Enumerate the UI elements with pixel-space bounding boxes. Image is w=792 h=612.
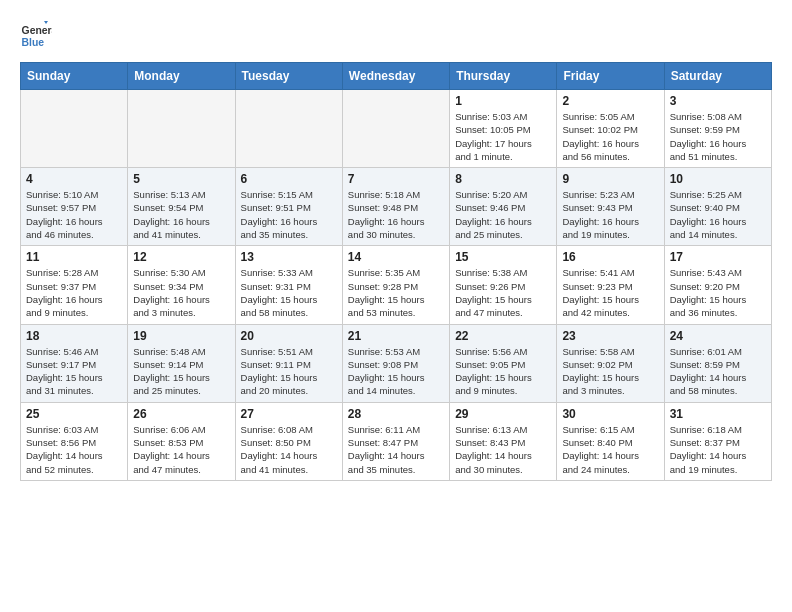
day-number: 23: [562, 329, 658, 343]
day-number: 7: [348, 172, 444, 186]
day-number: 22: [455, 329, 551, 343]
day-number: 21: [348, 329, 444, 343]
day-number: 20: [241, 329, 337, 343]
calendar-day-cell: 9Sunrise: 5:23 AM Sunset: 9:43 PM Daylig…: [557, 168, 664, 246]
weekday-header: Tuesday: [235, 63, 342, 90]
calendar-day-cell: 8Sunrise: 5:20 AM Sunset: 9:46 PM Daylig…: [450, 168, 557, 246]
weekday-header: Wednesday: [342, 63, 449, 90]
day-number: 1: [455, 94, 551, 108]
calendar-week-row: 4Sunrise: 5:10 AM Sunset: 9:57 PM Daylig…: [21, 168, 772, 246]
calendar-day-cell: 20Sunrise: 5:51 AM Sunset: 9:11 PM Dayli…: [235, 324, 342, 402]
calendar-day-cell: 29Sunrise: 6:13 AM Sunset: 8:43 PM Dayli…: [450, 402, 557, 480]
calendar-day-cell: 24Sunrise: 6:01 AM Sunset: 8:59 PM Dayli…: [664, 324, 771, 402]
day-info: Sunrise: 6:01 AM Sunset: 8:59 PM Dayligh…: [670, 345, 766, 398]
calendar-week-row: 18Sunrise: 5:46 AM Sunset: 9:17 PM Dayli…: [21, 324, 772, 402]
calendar-day-cell: 5Sunrise: 5:13 AM Sunset: 9:54 PM Daylig…: [128, 168, 235, 246]
day-number: 26: [133, 407, 229, 421]
day-number: 13: [241, 250, 337, 264]
day-info: Sunrise: 6:06 AM Sunset: 8:53 PM Dayligh…: [133, 423, 229, 476]
day-number: 12: [133, 250, 229, 264]
calendar-day-cell: 7Sunrise: 5:18 AM Sunset: 9:48 PM Daylig…: [342, 168, 449, 246]
day-number: 30: [562, 407, 658, 421]
day-number: 9: [562, 172, 658, 186]
calendar-header-row: SundayMondayTuesdayWednesdayThursdayFrid…: [21, 63, 772, 90]
day-number: 18: [26, 329, 122, 343]
calendar-day-cell: 1Sunrise: 5:03 AM Sunset: 10:05 PM Dayli…: [450, 90, 557, 168]
calendar-day-cell: 21Sunrise: 5:53 AM Sunset: 9:08 PM Dayli…: [342, 324, 449, 402]
calendar-week-row: 11Sunrise: 5:28 AM Sunset: 9:37 PM Dayli…: [21, 246, 772, 324]
day-number: 5: [133, 172, 229, 186]
day-info: Sunrise: 5:48 AM Sunset: 9:14 PM Dayligh…: [133, 345, 229, 398]
calendar-day-cell: 6Sunrise: 5:15 AM Sunset: 9:51 PM Daylig…: [235, 168, 342, 246]
day-info: Sunrise: 5:43 AM Sunset: 9:20 PM Dayligh…: [670, 266, 766, 319]
day-number: 6: [241, 172, 337, 186]
calendar-day-cell: 4Sunrise: 5:10 AM Sunset: 9:57 PM Daylig…: [21, 168, 128, 246]
svg-text:General: General: [22, 25, 52, 36]
calendar-day-cell: 14Sunrise: 5:35 AM Sunset: 9:28 PM Dayli…: [342, 246, 449, 324]
day-info: Sunrise: 5:53 AM Sunset: 9:08 PM Dayligh…: [348, 345, 444, 398]
day-info: Sunrise: 5:56 AM Sunset: 9:05 PM Dayligh…: [455, 345, 551, 398]
day-number: 3: [670, 94, 766, 108]
day-number: 19: [133, 329, 229, 343]
day-info: Sunrise: 6:03 AM Sunset: 8:56 PM Dayligh…: [26, 423, 122, 476]
day-info: Sunrise: 5:28 AM Sunset: 9:37 PM Dayligh…: [26, 266, 122, 319]
calendar-day-cell: [342, 90, 449, 168]
calendar-day-cell: 25Sunrise: 6:03 AM Sunset: 8:56 PM Dayli…: [21, 402, 128, 480]
calendar-day-cell: 10Sunrise: 5:25 AM Sunset: 9:40 PM Dayli…: [664, 168, 771, 246]
day-info: Sunrise: 5:51 AM Sunset: 9:11 PM Dayligh…: [241, 345, 337, 398]
svg-text:Blue: Blue: [22, 37, 45, 48]
weekday-header: Friday: [557, 63, 664, 90]
day-info: Sunrise: 5:08 AM Sunset: 9:59 PM Dayligh…: [670, 110, 766, 163]
day-info: Sunrise: 5:05 AM Sunset: 10:02 PM Daylig…: [562, 110, 658, 163]
logo-icon: General Blue: [20, 20, 52, 52]
day-number: 29: [455, 407, 551, 421]
day-info: Sunrise: 5:58 AM Sunset: 9:02 PM Dayligh…: [562, 345, 658, 398]
calendar-day-cell: 12Sunrise: 5:30 AM Sunset: 9:34 PM Dayli…: [128, 246, 235, 324]
day-number: 15: [455, 250, 551, 264]
calendar-day-cell: 13Sunrise: 5:33 AM Sunset: 9:31 PM Dayli…: [235, 246, 342, 324]
day-info: Sunrise: 6:18 AM Sunset: 8:37 PM Dayligh…: [670, 423, 766, 476]
day-number: 10: [670, 172, 766, 186]
day-info: Sunrise: 5:03 AM Sunset: 10:05 PM Daylig…: [455, 110, 551, 163]
day-info: Sunrise: 5:20 AM Sunset: 9:46 PM Dayligh…: [455, 188, 551, 241]
day-number: 24: [670, 329, 766, 343]
day-info: Sunrise: 5:15 AM Sunset: 9:51 PM Dayligh…: [241, 188, 337, 241]
weekday-header: Sunday: [21, 63, 128, 90]
day-number: 28: [348, 407, 444, 421]
day-number: 27: [241, 407, 337, 421]
page-header: General Blue: [20, 20, 772, 52]
calendar-day-cell: 18Sunrise: 5:46 AM Sunset: 9:17 PM Dayli…: [21, 324, 128, 402]
day-info: Sunrise: 5:13 AM Sunset: 9:54 PM Dayligh…: [133, 188, 229, 241]
day-info: Sunrise: 5:23 AM Sunset: 9:43 PM Dayligh…: [562, 188, 658, 241]
calendar-day-cell: 11Sunrise: 5:28 AM Sunset: 9:37 PM Dayli…: [21, 246, 128, 324]
day-number: 25: [26, 407, 122, 421]
day-info: Sunrise: 5:18 AM Sunset: 9:48 PM Dayligh…: [348, 188, 444, 241]
svg-marker-2: [44, 21, 48, 24]
calendar-day-cell: 3Sunrise: 5:08 AM Sunset: 9:59 PM Daylig…: [664, 90, 771, 168]
calendar-day-cell: 31Sunrise: 6:18 AM Sunset: 8:37 PM Dayli…: [664, 402, 771, 480]
calendar-day-cell: 27Sunrise: 6:08 AM Sunset: 8:50 PM Dayli…: [235, 402, 342, 480]
calendar-table: SundayMondayTuesdayWednesdayThursdayFrid…: [20, 62, 772, 481]
day-info: Sunrise: 6:11 AM Sunset: 8:47 PM Dayligh…: [348, 423, 444, 476]
calendar-day-cell: [235, 90, 342, 168]
day-number: 4: [26, 172, 122, 186]
calendar-day-cell: [128, 90, 235, 168]
day-number: 17: [670, 250, 766, 264]
day-number: 16: [562, 250, 658, 264]
calendar-day-cell: 28Sunrise: 6:11 AM Sunset: 8:47 PM Dayli…: [342, 402, 449, 480]
calendar-day-cell: 26Sunrise: 6:06 AM Sunset: 8:53 PM Dayli…: [128, 402, 235, 480]
day-info: Sunrise: 6:08 AM Sunset: 8:50 PM Dayligh…: [241, 423, 337, 476]
calendar-day-cell: 30Sunrise: 6:15 AM Sunset: 8:40 PM Dayli…: [557, 402, 664, 480]
day-info: Sunrise: 5:33 AM Sunset: 9:31 PM Dayligh…: [241, 266, 337, 319]
day-info: Sunrise: 5:30 AM Sunset: 9:34 PM Dayligh…: [133, 266, 229, 319]
day-info: Sunrise: 5:10 AM Sunset: 9:57 PM Dayligh…: [26, 188, 122, 241]
day-info: Sunrise: 5:35 AM Sunset: 9:28 PM Dayligh…: [348, 266, 444, 319]
day-number: 31: [670, 407, 766, 421]
calendar-day-cell: 15Sunrise: 5:38 AM Sunset: 9:26 PM Dayli…: [450, 246, 557, 324]
day-number: 8: [455, 172, 551, 186]
day-number: 14: [348, 250, 444, 264]
day-info: Sunrise: 6:15 AM Sunset: 8:40 PM Dayligh…: [562, 423, 658, 476]
calendar-day-cell: 22Sunrise: 5:56 AM Sunset: 9:05 PM Dayli…: [450, 324, 557, 402]
calendar-day-cell: [21, 90, 128, 168]
calendar-day-cell: 17Sunrise: 5:43 AM Sunset: 9:20 PM Dayli…: [664, 246, 771, 324]
